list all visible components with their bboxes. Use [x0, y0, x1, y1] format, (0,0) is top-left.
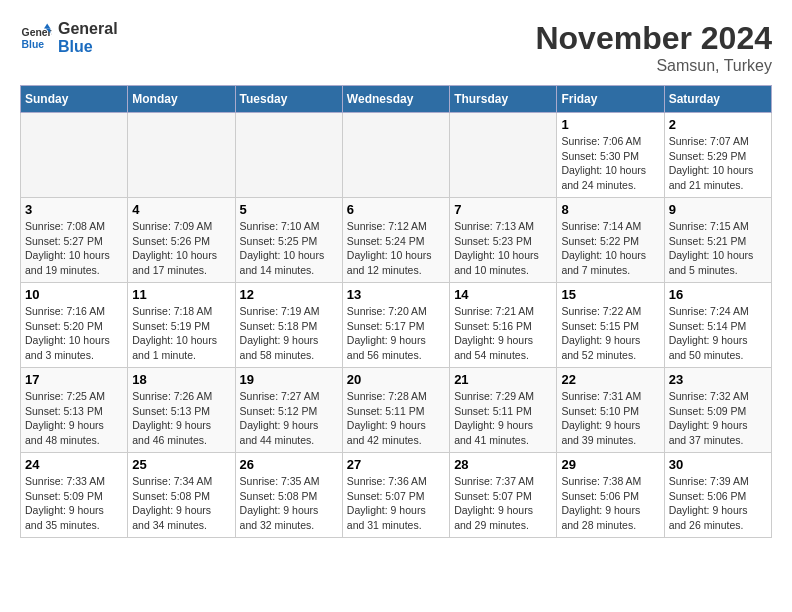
day-number: 19: [240, 372, 338, 387]
week-row-4: 17Sunrise: 7:25 AMSunset: 5:13 PMDayligh…: [21, 368, 772, 453]
day-number: 28: [454, 457, 552, 472]
day-number: 23: [669, 372, 767, 387]
calendar-cell: 28Sunrise: 7:37 AMSunset: 5:07 PMDayligh…: [450, 453, 557, 538]
calendar-cell: 11Sunrise: 7:18 AMSunset: 5:19 PMDayligh…: [128, 283, 235, 368]
calendar-cell: 18Sunrise: 7:26 AMSunset: 5:13 PMDayligh…: [128, 368, 235, 453]
day-info: Sunrise: 7:39 AMSunset: 5:06 PMDaylight:…: [669, 474, 767, 533]
calendar-cell: 30Sunrise: 7:39 AMSunset: 5:06 PMDayligh…: [664, 453, 771, 538]
day-number: 29: [561, 457, 659, 472]
logo-general: General: [58, 20, 118, 38]
day-number: 5: [240, 202, 338, 217]
day-number: 13: [347, 287, 445, 302]
month-title: November 2024: [535, 20, 772, 57]
day-info: Sunrise: 7:09 AMSunset: 5:26 PMDaylight:…: [132, 219, 230, 278]
day-info: Sunrise: 7:08 AMSunset: 5:27 PMDaylight:…: [25, 219, 123, 278]
calendar-cell: 14Sunrise: 7:21 AMSunset: 5:16 PMDayligh…: [450, 283, 557, 368]
day-number: 24: [25, 457, 123, 472]
calendar-header: SundayMondayTuesdayWednesdayThursdayFrid…: [21, 86, 772, 113]
title-area: November 2024 Samsun, Turkey: [535, 20, 772, 75]
day-number: 14: [454, 287, 552, 302]
calendar-cell: [128, 113, 235, 198]
day-info: Sunrise: 7:10 AMSunset: 5:25 PMDaylight:…: [240, 219, 338, 278]
calendar-cell: 20Sunrise: 7:28 AMSunset: 5:11 PMDayligh…: [342, 368, 449, 453]
day-number: 10: [25, 287, 123, 302]
calendar-cell: 8Sunrise: 7:14 AMSunset: 5:22 PMDaylight…: [557, 198, 664, 283]
day-number: 16: [669, 287, 767, 302]
day-number: 12: [240, 287, 338, 302]
day-number: 6: [347, 202, 445, 217]
calendar-cell: 9Sunrise: 7:15 AMSunset: 5:21 PMDaylight…: [664, 198, 771, 283]
day-number: 7: [454, 202, 552, 217]
calendar-cell: 25Sunrise: 7:34 AMSunset: 5:08 PMDayligh…: [128, 453, 235, 538]
logo-icon: General Blue: [20, 22, 52, 54]
weekday-header-sunday: Sunday: [21, 86, 128, 113]
calendar-cell: 15Sunrise: 7:22 AMSunset: 5:15 PMDayligh…: [557, 283, 664, 368]
calendar-cell: 10Sunrise: 7:16 AMSunset: 5:20 PMDayligh…: [21, 283, 128, 368]
day-info: Sunrise: 7:33 AMSunset: 5:09 PMDaylight:…: [25, 474, 123, 533]
calendar-cell: 6Sunrise: 7:12 AMSunset: 5:24 PMDaylight…: [342, 198, 449, 283]
calendar-cell: [342, 113, 449, 198]
day-number: 25: [132, 457, 230, 472]
day-info: Sunrise: 7:22 AMSunset: 5:15 PMDaylight:…: [561, 304, 659, 363]
day-info: Sunrise: 7:38 AMSunset: 5:06 PMDaylight:…: [561, 474, 659, 533]
calendar-cell: 4Sunrise: 7:09 AMSunset: 5:26 PMDaylight…: [128, 198, 235, 283]
header: General Blue General Blue November 2024 …: [20, 20, 772, 75]
day-info: Sunrise: 7:29 AMSunset: 5:11 PMDaylight:…: [454, 389, 552, 448]
day-info: Sunrise: 7:12 AMSunset: 5:24 PMDaylight:…: [347, 219, 445, 278]
weekday-header-friday: Friday: [557, 86, 664, 113]
day-info: Sunrise: 7:14 AMSunset: 5:22 PMDaylight:…: [561, 219, 659, 278]
day-info: Sunrise: 7:25 AMSunset: 5:13 PMDaylight:…: [25, 389, 123, 448]
svg-text:Blue: Blue: [22, 38, 45, 49]
day-number: 22: [561, 372, 659, 387]
calendar-cell: 5Sunrise: 7:10 AMSunset: 5:25 PMDaylight…: [235, 198, 342, 283]
week-row-5: 24Sunrise: 7:33 AMSunset: 5:09 PMDayligh…: [21, 453, 772, 538]
weekday-header-tuesday: Tuesday: [235, 86, 342, 113]
calendar-cell: 24Sunrise: 7:33 AMSunset: 5:09 PMDayligh…: [21, 453, 128, 538]
day-info: Sunrise: 7:15 AMSunset: 5:21 PMDaylight:…: [669, 219, 767, 278]
calendar-cell: 3Sunrise: 7:08 AMSunset: 5:27 PMDaylight…: [21, 198, 128, 283]
day-info: Sunrise: 7:28 AMSunset: 5:11 PMDaylight:…: [347, 389, 445, 448]
calendar-cell: [235, 113, 342, 198]
weekday-header-monday: Monday: [128, 86, 235, 113]
day-info: Sunrise: 7:34 AMSunset: 5:08 PMDaylight:…: [132, 474, 230, 533]
day-info: Sunrise: 7:20 AMSunset: 5:17 PMDaylight:…: [347, 304, 445, 363]
day-number: 8: [561, 202, 659, 217]
week-row-1: 1Sunrise: 7:06 AMSunset: 5:30 PMDaylight…: [21, 113, 772, 198]
calendar-cell: 17Sunrise: 7:25 AMSunset: 5:13 PMDayligh…: [21, 368, 128, 453]
day-number: 11: [132, 287, 230, 302]
day-number: 21: [454, 372, 552, 387]
calendar-cell: 22Sunrise: 7:31 AMSunset: 5:10 PMDayligh…: [557, 368, 664, 453]
day-info: Sunrise: 7:19 AMSunset: 5:18 PMDaylight:…: [240, 304, 338, 363]
day-number: 4: [132, 202, 230, 217]
week-row-2: 3Sunrise: 7:08 AMSunset: 5:27 PMDaylight…: [21, 198, 772, 283]
calendar-cell: 23Sunrise: 7:32 AMSunset: 5:09 PMDayligh…: [664, 368, 771, 453]
calendar-cell: [450, 113, 557, 198]
day-number: 18: [132, 372, 230, 387]
day-number: 15: [561, 287, 659, 302]
calendar-cell: 13Sunrise: 7:20 AMSunset: 5:17 PMDayligh…: [342, 283, 449, 368]
location-title: Samsun, Turkey: [535, 57, 772, 75]
calendar-cell: 7Sunrise: 7:13 AMSunset: 5:23 PMDaylight…: [450, 198, 557, 283]
day-info: Sunrise: 7:06 AMSunset: 5:30 PMDaylight:…: [561, 134, 659, 193]
day-number: 9: [669, 202, 767, 217]
weekday-header-saturday: Saturday: [664, 86, 771, 113]
day-number: 17: [25, 372, 123, 387]
day-info: Sunrise: 7:35 AMSunset: 5:08 PMDaylight:…: [240, 474, 338, 533]
day-info: Sunrise: 7:18 AMSunset: 5:19 PMDaylight:…: [132, 304, 230, 363]
day-info: Sunrise: 7:07 AMSunset: 5:29 PMDaylight:…: [669, 134, 767, 193]
day-info: Sunrise: 7:21 AMSunset: 5:16 PMDaylight:…: [454, 304, 552, 363]
day-number: 30: [669, 457, 767, 472]
calendar-cell: 2Sunrise: 7:07 AMSunset: 5:29 PMDaylight…: [664, 113, 771, 198]
calendar-table: SundayMondayTuesdayWednesdayThursdayFrid…: [20, 85, 772, 538]
day-info: Sunrise: 7:13 AMSunset: 5:23 PMDaylight:…: [454, 219, 552, 278]
logo: General Blue General Blue: [20, 20, 118, 55]
week-row-3: 10Sunrise: 7:16 AMSunset: 5:20 PMDayligh…: [21, 283, 772, 368]
day-info: Sunrise: 7:32 AMSunset: 5:09 PMDaylight:…: [669, 389, 767, 448]
day-number: 3: [25, 202, 123, 217]
svg-marker-2: [44, 23, 50, 28]
day-info: Sunrise: 7:16 AMSunset: 5:20 PMDaylight:…: [25, 304, 123, 363]
day-number: 20: [347, 372, 445, 387]
day-info: Sunrise: 7:27 AMSunset: 5:12 PMDaylight:…: [240, 389, 338, 448]
day-number: 27: [347, 457, 445, 472]
calendar-cell: 19Sunrise: 7:27 AMSunset: 5:12 PMDayligh…: [235, 368, 342, 453]
